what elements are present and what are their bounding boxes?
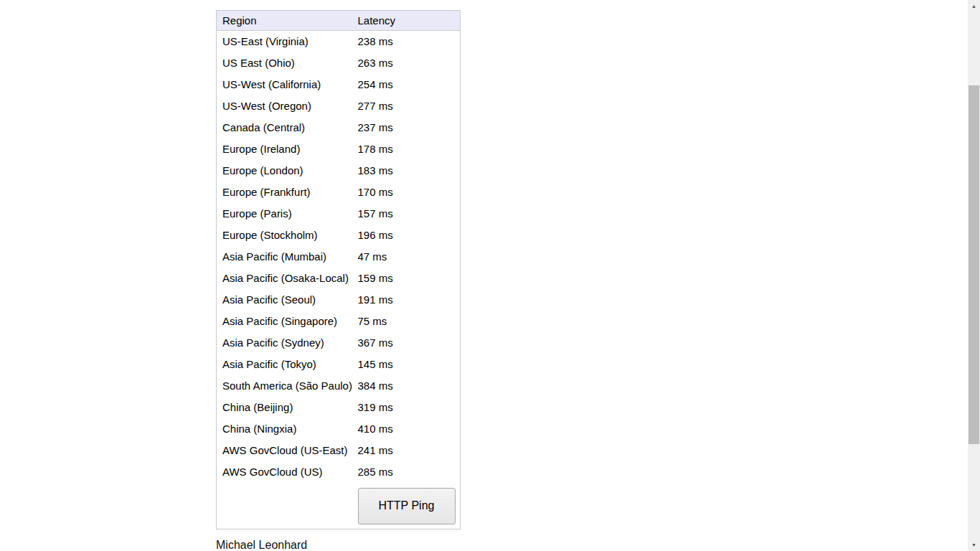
region-cell: US East (Ohio) [217,52,352,74]
table-row: Europe (London) 183 ms [217,160,461,182]
author-link[interactable]: Michael Leonhard [216,539,307,551]
http-ping-button[interactable]: HTTP Ping [358,488,456,524]
region-cell: South America (São Paulo) [217,375,352,397]
latency-cell: 145 ms [352,354,461,375]
header-row: Region Latency [217,11,461,31]
region-cell: Europe (Paris) [217,203,352,225]
table-row: Europe (Paris) 157 ms [217,203,461,225]
latency-cell: 367 ms [352,332,461,354]
latency-cell: 170 ms [352,182,461,203]
latency-table-footer: HTTP Ping [217,483,461,529]
latency-cell: 254 ms [352,74,461,95]
table-row: Europe (Ireland) 178 ms [217,138,461,160]
button-cell: HTTP Ping [352,483,461,529]
latency-cell: 241 ms [352,440,461,461]
region-cell: Asia Pacific (Osaka-Local) [217,268,352,289]
latency-cell: 47 ms [352,246,461,268]
latency-cell: 277 ms [352,95,461,117]
table-row: Asia Pacific (Mumbai) 47 ms [217,246,461,268]
latency-cell: 384 ms [352,375,461,397]
table-row: US-West (California) 254 ms [217,74,461,95]
latency-table-header: Region Latency [217,11,461,31]
button-row: HTTP Ping [217,483,461,529]
table-row: US-East (Virginia) 238 ms [217,31,461,52]
latency-cell: 191 ms [352,289,461,311]
region-cell: China (Beijing) [217,397,352,418]
table-row: Europe (Stockholm) 196 ms [217,225,461,246]
region-cell: Europe (Ireland) [217,138,352,160]
region-cell: US-West (Oregon) [217,95,352,117]
table-row: Asia Pacific (Osaka-Local) 159 ms [217,268,461,289]
region-cell: AWS GovCloud (US) [217,461,352,483]
latency-cell: 75 ms [352,311,461,332]
region-cell: Asia Pacific (Tokyo) [217,354,352,375]
empty-cell [217,483,352,529]
latency-cell: 196 ms [352,225,461,246]
latency-cell: 159 ms [352,268,461,289]
scrollbar-thumb[interactable] [969,85,979,444]
table-row: South America (São Paulo) 384 ms [217,375,461,397]
latency-cell: 238 ms [352,31,461,52]
latency-cell: 237 ms [352,117,461,138]
table-row: China (Ningxia) 410 ms [217,418,461,440]
region-cell: Europe (London) [217,160,352,182]
region-cell: Asia Pacific (Singapore) [217,311,352,332]
table-row: Canada (Central) 237 ms [217,117,461,138]
latency-cell: 157 ms [352,203,461,225]
region-cell: Canada (Central) [217,117,352,138]
latency-cell: 410 ms [352,418,461,440]
column-header-latency: Latency [352,11,461,31]
table-row: US-West (Oregon) 277 ms [217,95,461,117]
region-cell: AWS GovCloud (US-East) [217,440,352,461]
table-row: Asia Pacific (Singapore) 75 ms [217,311,461,332]
latency-table: Region Latency US-East (Virginia) 238 ms… [216,10,461,529]
table-row: Europe (Frankfurt) 170 ms [217,182,461,203]
region-cell: Asia Pacific (Seoul) [217,289,352,311]
latency-cell: 178 ms [352,138,461,160]
region-cell: Europe (Stockholm) [217,225,352,246]
region-cell: China (Ningxia) [217,418,352,440]
table-row: China (Beijing) 319 ms [217,397,461,418]
region-cell: Asia Pacific (Mumbai) [217,246,352,268]
page-content: Region Latency US-East (Virginia) 238 ms… [216,10,460,551]
region-cell: US-West (California) [217,74,352,95]
table-row: Asia Pacific (Seoul) 191 ms [217,289,461,311]
latency-cell: 285 ms [352,461,461,483]
column-header-region: Region [217,11,352,31]
latency-table-body: US-East (Virginia) 238 ms US East (Ohio)… [217,31,461,483]
latency-cell: 319 ms [352,397,461,418]
latency-cell: 263 ms [352,52,461,74]
region-cell: US-East (Virginia) [217,31,352,52]
vertical-scrollbar[interactable]: ▲ ▼ [968,0,980,551]
region-cell: Asia Pacific (Sydney) [217,332,352,354]
region-cell: Europe (Frankfurt) [217,182,352,203]
table-row: AWS GovCloud (US) 285 ms [217,461,461,483]
latency-cell: 183 ms [352,160,461,182]
table-row: Asia Pacific (Tokyo) 145 ms [217,354,461,375]
table-row: Asia Pacific (Sydney) 367 ms [217,332,461,354]
table-row: AWS GovCloud (US-East) 241 ms [217,440,461,461]
table-row: US East (Ohio) 263 ms [217,52,461,74]
scrollbar-down-arrow-icon[interactable]: ▼ [968,539,980,551]
scrollbar-up-arrow-icon[interactable]: ▲ [968,0,980,12]
